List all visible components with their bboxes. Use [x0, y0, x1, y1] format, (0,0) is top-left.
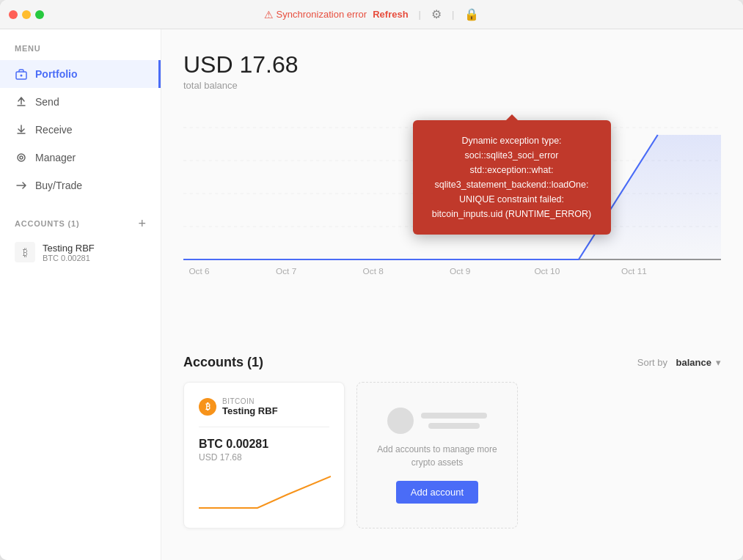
main-layout: MENU Portfolio S: [0, 29, 743, 560]
svg-point-3: [20, 156, 23, 159]
traffic-lights: [9, 10, 44, 19]
sync-error-label: ⚠ Synchronization error: [264, 9, 367, 21]
accounts-section-header: Accounts (1) Sort by balance ▾: [183, 355, 721, 370]
svg-text:Oct 11: Oct 11: [621, 267, 647, 276]
sidebar-item-send[interactable]: Send: [0, 88, 161, 116]
lock-icon[interactable]: 🔒: [464, 7, 479, 21]
receive-icon: [15, 123, 28, 136]
minimize-button[interactable]: [22, 10, 31, 19]
refresh-button[interactable]: Refresh: [373, 9, 408, 20]
svg-point-2: [18, 154, 25, 161]
account-name: Testing RBF: [43, 243, 95, 254]
portfolio-label: Portfolio: [35, 68, 78, 80]
card-coin-label: BITCOIN: [222, 397, 278, 405]
add-account-sidebar-button[interactable]: +: [138, 217, 146, 230]
sort-by-control[interactable]: Sort by balance ▾: [637, 357, 721, 368]
accounts-section-title: Accounts (1): [183, 355, 263, 370]
manager-label: Manager: [35, 152, 76, 163]
account-card[interactable]: ₿ BITCOIN Testing RBF BTC 0.00281 USD 17…: [183, 382, 345, 528]
balance-label: total balance: [183, 80, 721, 91]
add-account-card: Add accounts to manage more crypto asset…: [356, 382, 518, 528]
card-btc-amount: BTC 0.00281: [199, 438, 329, 451]
svg-text:Oct 9: Oct 9: [450, 267, 470, 276]
card-coin-info: BITCOIN Testing RBF: [222, 397, 278, 416]
account-balance: BTC 0.00281: [43, 254, 95, 262]
receive-label: Receive: [35, 124, 73, 136]
btc-sidebar-icon: ₿: [15, 242, 35, 262]
balance-section: USD 17.68 total balance Dynamic exceptio…: [183, 29, 721, 340]
account-info: Testing RBF BTC 0.00281: [43, 243, 95, 262]
balance-amount: USD 17.68: [183, 51, 721, 78]
error-tooltip: Dynamic exception type: soci::sqlite3_so…: [413, 120, 611, 235]
content-area: USD 17.68 total balance Dynamic exceptio…: [161, 29, 743, 560]
add-account-button[interactable]: Add account: [396, 481, 478, 504]
sort-by-label: Sort by: [637, 357, 667, 368]
warning-icon: ⚠: [264, 9, 274, 21]
accounts-header: ACCOUNTS (1) +: [0, 205, 161, 236]
card-usd-amount: USD 17.68: [199, 452, 329, 463]
placeholder-line-1: [421, 413, 487, 419]
sidebar-item-manager[interactable]: Manager: [0, 144, 161, 172]
sort-value: balance: [676, 357, 711, 368]
divider-2: |: [452, 9, 454, 20]
card-account-name: Testing RBF: [222, 405, 278, 416]
titlebar-center: ⚠ Synchronization error Refresh | ⚙ | 🔒: [264, 7, 480, 21]
add-account-desc: Add accounts to manage more crypto asset…: [372, 443, 502, 469]
svg-text:Oct 10: Oct 10: [534, 267, 560, 276]
send-label: Send: [35, 96, 59, 108]
card-header: ₿ BITCOIN Testing RBF: [199, 397, 329, 427]
sidebar-item-receive[interactable]: Receive: [0, 116, 161, 144]
accounts-label: ACCOUNTS (1): [15, 219, 79, 228]
app-window: ⚠ Synchronization error Refresh | ⚙ | 🔒 …: [0, 0, 743, 560]
placeholder-line-2: [428, 423, 480, 429]
placeholder-row: [387, 408, 487, 434]
chevron-down-icon: ▾: [716, 357, 721, 368]
maximize-button[interactable]: [35, 10, 44, 19]
accounts-section: Accounts (1) Sort by balance ▾ ₿: [183, 355, 721, 528]
close-button[interactable]: [9, 10, 18, 19]
svg-text:Oct 6: Oct 6: [189, 267, 209, 276]
accounts-grid: ₿ BITCOIN Testing RBF BTC 0.00281 USD 17…: [183, 382, 721, 528]
error-text: Dynamic exception type: soci::sqlite3_so…: [432, 136, 591, 219]
manager-icon: [15, 151, 28, 164]
settings-icon[interactable]: ⚙: [431, 7, 442, 21]
sidebar-item-buytrade[interactable]: Buy/Trade: [0, 172, 161, 199]
svg-text:Oct 8: Oct 8: [363, 267, 384, 276]
card-mini-chart: [199, 473, 329, 509]
btc-card-icon: ₿: [199, 398, 216, 416]
sidebar-item-portfolio[interactable]: Portfolio: [0, 60, 161, 88]
sidebar-account-item[interactable]: ₿ Testing RBF BTC 0.00281: [0, 236, 161, 268]
portfolio-icon: [15, 67, 28, 81]
svg-text:Oct 7: Oct 7: [276, 267, 296, 276]
send-icon: [15, 95, 28, 108]
chart-container: Dynamic exception type: soci::sqlite3_so…: [183, 120, 721, 325]
titlebar: ⚠ Synchronization error Refresh | ⚙ | 🔒: [0, 0, 743, 29]
svg-point-1: [21, 75, 23, 77]
content-inner: USD 17.68 total balance Dynamic exceptio…: [161, 29, 743, 550]
placeholder-lines: [421, 413, 487, 429]
buytrade-label: Buy/Trade: [35, 180, 82, 191]
sidebar: MENU Portfolio S: [0, 29, 161, 560]
buytrade-icon: [15, 179, 28, 192]
menu-label: MENU: [0, 44, 161, 53]
divider-1: |: [419, 9, 421, 20]
placeholder-icon: [387, 408, 414, 434]
